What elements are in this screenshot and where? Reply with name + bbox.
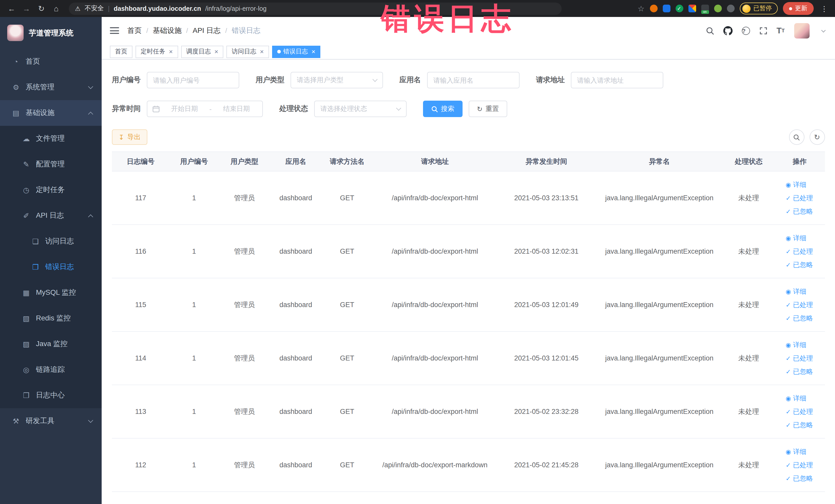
sidebar-item-java-monitor[interactable]: ▨ Java 监控 — [0, 331, 102, 357]
search-button[interactable]: 搜索 — [423, 101, 463, 117]
cell-actions: ◉详细 ✓已处理 ✓已忽略 — [774, 438, 825, 492]
extension-icon-1[interactable] — [650, 5, 657, 12]
tab-error-log[interactable]: 错误日志 × — [272, 45, 321, 58]
font-size-icon[interactable]: TT — [776, 26, 785, 35]
detail-link[interactable]: ◉详细 — [786, 391, 825, 405]
tab-schedule-log[interactable]: 调度日志 × — [181, 45, 223, 58]
detail-link[interactable]: ◉详细 — [786, 285, 825, 298]
tab-label: 错误日志 — [283, 47, 308, 56]
close-tab-icon[interactable]: × — [169, 48, 173, 55]
forward-icon[interactable]: → — [20, 0, 33, 17]
cell-exception-name: java.lang.IllegalArgumentException — [596, 438, 723, 492]
sidebar-item-redis-monitor[interactable]: ▧ Redis 监控 — [0, 305, 102, 331]
browser-menu-icon[interactable]: ⋮ — [819, 4, 830, 13]
sidebar-item-dev-tools[interactable]: ⚒ 研发工具 — [0, 408, 102, 434]
cell-request-url: /api/infra/db-doc/export-html — [373, 331, 497, 385]
user-type-select[interactable]: 请选择用户类型 — [290, 72, 383, 88]
avatar-caret-icon[interactable] — [821, 28, 826, 32]
breadcrumb-item-api-log[interactable]: API 日志 — [193, 26, 221, 35]
breadcrumb-item-home[interactable]: 首页 — [127, 26, 142, 35]
sidebar-item-trace[interactable]: ◎ 链路追踪 — [0, 357, 102, 383]
dev-tools-icon: ⚒ — [11, 417, 21, 425]
sidebar-item-infrastructure[interactable]: ▤ 基础设施 — [0, 100, 102, 126]
user-avatar[interactable] — [794, 23, 809, 38]
col-exception-time: 异常发生时间 — [497, 152, 595, 171]
export-button[interactable]: ↧ 导出 — [112, 129, 147, 145]
processed-link[interactable]: ✓已处理 — [786, 351, 825, 365]
home-icon[interactable]: ⌂ — [50, 0, 63, 17]
paused-chip[interactable]: 已暂停 — [739, 3, 777, 14]
dashboard-icon: ◔ — [11, 58, 21, 66]
processed-link[interactable]: ✓已处理 — [786, 298, 825, 311]
processed-link[interactable]: ✓已处理 — [786, 405, 825, 418]
close-tab-icon[interactable]: × — [312, 48, 315, 55]
cell-actions: ◉详细 ✓已处理 ✓已忽略 — [774, 278, 825, 331]
detail-link[interactable]: ◉详细 — [786, 338, 825, 351]
toggle-search-button[interactable] — [789, 129, 804, 145]
app-name-input[interactable] — [427, 72, 520, 88]
fullscreen-icon[interactable] — [759, 26, 767, 35]
mysql-monitor-icon: ▦ — [22, 288, 31, 297]
detail-link[interactable]: ◉详细 — [786, 445, 825, 458]
help-icon[interactable]: ? — [741, 26, 750, 35]
request-url-input[interactable] — [571, 72, 663, 88]
exception-time-range-picker[interactable]: 开始日期 - 结束日期 — [147, 101, 263, 117]
extension-icon-4[interactable] — [688, 5, 696, 12]
extension-icon-5[interactable]: on — [701, 5, 709, 12]
refresh-table-button[interactable]: ↻ — [809, 129, 825, 145]
sidebar-item-home[interactable]: ◔ 首页 — [0, 49, 102, 75]
breadcrumb-item-infrastructure[interactable]: 基础设施 — [153, 26, 182, 35]
update-button[interactable]: 更新 — [782, 2, 813, 15]
detail-link[interactable]: ◉详细 — [786, 231, 825, 245]
sidebar-item-config-manage[interactable]: ✎ 配置管理 — [0, 152, 102, 177]
cell-actions: ◉详细 ✓已处理 ✓已忽略 — [774, 171, 825, 225]
refresh-icon[interactable]: ↻ — [35, 0, 48, 17]
close-tab-icon[interactable]: × — [214, 48, 218, 55]
close-tab-icon[interactable]: × — [260, 48, 264, 55]
processed-link[interactable]: ✓已处理 — [786, 191, 825, 205]
tab-access-log[interactable]: 访问日志 × — [226, 45, 269, 58]
extension-icon-6[interactable] — [714, 5, 721, 12]
extension-icon-7[interactable] — [727, 5, 734, 12]
sidebar-item-file-manage[interactable]: ☁ 文件管理 — [0, 126, 102, 152]
user-id-input[interactable] — [147, 72, 239, 88]
sidebar-item-access-log[interactable]: ❏ 访问日志 — [0, 228, 102, 254]
bookmark-star-icon[interactable]: ☆ — [638, 4, 645, 13]
hamburger-icon[interactable] — [110, 27, 119, 34]
ignored-link[interactable]: ✓已忽略 — [786, 311, 825, 325]
ignored-link[interactable]: ✓已忽略 — [786, 472, 825, 485]
reset-button[interactable]: ↻ 重置 — [469, 101, 507, 117]
api-log-icon: ✐ — [22, 211, 31, 220]
extension-icon-2[interactable] — [663, 5, 670, 12]
sidebar-item-error-log[interactable]: ❐ 错误日志 — [0, 254, 102, 280]
sidebar-item-timer-task[interactable]: ◷ 定时任务 — [0, 177, 102, 203]
check-icon: ✓ — [786, 405, 791, 418]
detail-link[interactable]: ◉详细 — [786, 178, 825, 191]
back-icon[interactable]: ← — [5, 0, 18, 17]
cell-method: GET — [321, 171, 373, 225]
sidebar-item-system-manage[interactable]: ⚙ 系统管理 — [0, 75, 102, 100]
sidebar-item-label: 文件管理 — [36, 134, 65, 143]
security-warning-icon[interactable]: ⚠ — [75, 5, 81, 12]
header-search-icon[interactable] — [706, 26, 714, 35]
sidebar-logo[interactable]: 芋道管理系统 — [0, 17, 102, 49]
table-row: 114 1 管理员 dashboard GET /api/infra/db-do… — [112, 331, 825, 385]
processed-link[interactable]: ✓已处理 — [786, 458, 825, 472]
sidebar-item-api-log[interactable]: ✐ API 日志 — [0, 203, 102, 228]
url-path: /infra/log/api-error-log — [205, 5, 266, 12]
ignored-link[interactable]: ✓已忽略 — [786, 258, 825, 271]
ignored-link[interactable]: ✓已忽略 — [786, 418, 825, 431]
ignored-link[interactable]: ✓已忽略 — [786, 205, 825, 218]
sidebar-item-mysql-monitor[interactable]: ▦ MySQL 监控 — [0, 280, 102, 305]
github-icon[interactable] — [723, 26, 732, 35]
process-status-select[interactable]: 请选择处理状态 — [314, 101, 407, 117]
tab-timer-task[interactable]: 定时任务 × — [136, 45, 178, 58]
emoji-face-icon — [742, 4, 750, 13]
tab-home[interactable]: 首页 — [110, 45, 133, 58]
cell-exception-time: 2021-05-03 12:01:45 — [497, 331, 595, 385]
ignored-link[interactable]: ✓已忽略 — [786, 365, 825, 378]
sidebar-item-log-center[interactable]: ❒ 日志中心 — [0, 383, 102, 408]
processed-link[interactable]: ✓已处理 — [786, 245, 825, 258]
extension-icon-3[interactable]: ✓ — [675, 5, 683, 12]
tags-view-bar: 首页 定时任务 × 调度日志 × 访问日志 × 错误日志 × — [102, 44, 835, 60]
